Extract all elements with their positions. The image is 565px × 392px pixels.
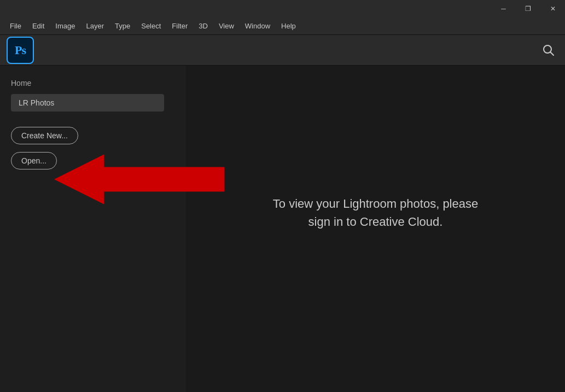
close-button[interactable]: ✕ — [540, 0, 565, 17]
search-icon[interactable] — [541, 43, 556, 58]
window-controls: ─ ❐ ✕ — [491, 0, 565, 17]
menu-3d[interactable]: 3D — [193, 20, 213, 32]
menu-help[interactable]: Help — [276, 20, 301, 32]
menu-select[interactable]: Select — [136, 20, 166, 32]
main-content: Home LR Photos Create New... Open... To … — [0, 66, 565, 392]
menu-window[interactable]: Window — [240, 20, 276, 32]
sidebar: Home LR Photos Create New... Open... — [0, 66, 186, 392]
logo-bar: Ps — [0, 35, 565, 66]
create-new-button[interactable]: Create New... — [11, 127, 78, 144]
title-bar: ─ ❐ ✕ — [0, 0, 565, 17]
main-area: To view your Lightroom photos, please si… — [186, 66, 565, 392]
menu-layer[interactable]: Layer — [81, 20, 110, 32]
menu-type[interactable]: Type — [109, 20, 136, 32]
svg-line-1 — [551, 52, 554, 55]
minimize-button[interactable]: ─ — [491, 0, 516, 17]
menu-bar: File Edit Image Layer Type Select Filter… — [0, 17, 565, 35]
lr-photos-button[interactable]: LR Photos — [11, 94, 164, 112]
ps-logo: Ps — [7, 37, 34, 64]
menu-image[interactable]: Image — [50, 20, 80, 32]
lightroom-message: To view your Lightroom photos, please si… — [273, 195, 478, 231]
menu-file[interactable]: File — [4, 20, 27, 32]
open-button[interactable]: Open... — [11, 152, 57, 169]
menu-filter[interactable]: Filter — [166, 20, 193, 32]
menu-edit[interactable]: Edit — [27, 20, 50, 32]
menu-view[interactable]: View — [213, 20, 240, 32]
maximize-button[interactable]: ❐ — [516, 0, 540, 17]
home-label: Home — [11, 79, 175, 87]
